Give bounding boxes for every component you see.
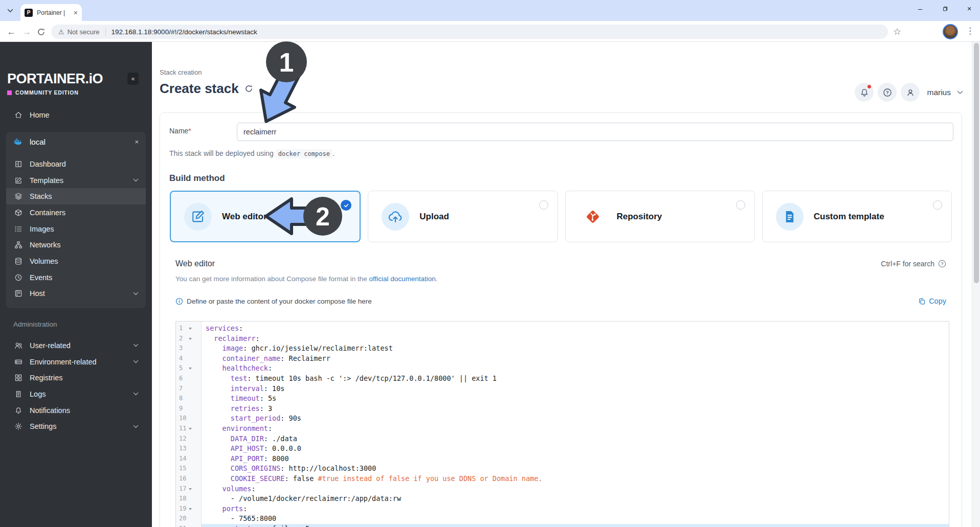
sidebar-item-host[interactable]: Host xyxy=(6,286,146,302)
scrollbar-thumb[interactable] xyxy=(974,43,979,283)
build-method-radio[interactable] xyxy=(736,200,745,210)
browser-menu-icon[interactable]: ⋮ xyxy=(966,26,974,36)
sidebar-item-events[interactable]: Events xyxy=(6,269,146,286)
tab-search-chevron-icon[interactable] xyxy=(5,6,15,15)
code-line[interactable]: - /volume1/docker/reclaimerr:/app/data:r… xyxy=(202,494,949,504)
username[interactable]: marius xyxy=(927,88,951,97)
code-line[interactable]: interval: 10s xyxy=(202,384,949,394)
events-icon xyxy=(14,273,23,282)
code-line[interactable]: volumes: xyxy=(202,484,949,494)
help-button[interactable]: ? xyxy=(878,83,897,102)
fold-arrow-icon[interactable] xyxy=(189,488,192,490)
docker-whale-icon xyxy=(13,138,23,146)
sidebar-item-notifications[interactable]: Notifications xyxy=(6,402,146,419)
code-line[interactable]: test: timeout 10s bash -c ':> /dev/tcp/1… xyxy=(202,374,949,384)
tab-close-icon[interactable]: × xyxy=(74,9,78,17)
sidebar: PORTAINER.iO « COMMUNITY EDITION Home lo… xyxy=(0,42,152,527)
window-restore-button[interactable] xyxy=(938,2,951,15)
back-button[interactable]: ← xyxy=(4,25,18,39)
line-number: 12 xyxy=(176,434,201,444)
editor-hint-row: Define or paste the content of your dock… xyxy=(175,297,946,305)
search-help-icon[interactable]: ? xyxy=(938,260,946,268)
code-line[interactable]: start_period: 90s xyxy=(202,414,949,424)
fold-arrow-icon[interactable] xyxy=(189,328,192,330)
sidebar-item-volumes[interactable]: Volumes xyxy=(6,253,146,269)
build-method-custom-template[interactable]: Custom template xyxy=(762,191,952,242)
code-line[interactable]: API_PORT: 8000 xyxy=(202,454,949,464)
code-line[interactable]: COOKIE_SECURE: false #true instead of fa… xyxy=(202,474,949,484)
sidebar-item-label: Logs xyxy=(30,390,46,398)
sidebar-item-networks[interactable]: Networks xyxy=(6,237,146,253)
compose-code-editor[interactable]: 123456789101112131415161718192021 servic… xyxy=(175,321,949,527)
browser-tab-strip: P Portainer | × – × xyxy=(0,0,980,21)
environment-header[interactable]: local × xyxy=(6,132,146,152)
code-line[interactable]: DATA_DIR: ./data xyxy=(202,434,949,444)
bookmark-star-icon[interactable]: ☆ xyxy=(893,26,901,37)
editor-code-area[interactable]: services: reclaimerr: image: ghcr.io/jes… xyxy=(202,322,949,527)
sidebar-item-logs[interactable]: Logs xyxy=(6,386,146,402)
user-menu-chevron-icon[interactable] xyxy=(957,90,963,95)
forward-button[interactable]: → xyxy=(19,25,34,39)
official-documentation-link[interactable]: official documentation xyxy=(369,275,435,283)
build-method-radio[interactable] xyxy=(933,200,942,210)
define-hint-text: Define or paste the content of your dock… xyxy=(187,297,372,305)
sidebar-item-settings[interactable]: Settings xyxy=(6,418,146,434)
build-method-web-editor[interactable]: Web editor xyxy=(170,191,361,242)
sidebar-collapse-button[interactable]: « xyxy=(127,73,139,85)
sidebar-item-images[interactable]: Images xyxy=(6,221,146,237)
chevron-down-icon xyxy=(133,425,139,428)
edition-square-icon xyxy=(7,90,12,95)
sidebar-item-user-related[interactable]: User-related xyxy=(6,337,146,354)
user-avatar-icon[interactable] xyxy=(901,83,920,102)
chevron-down-icon xyxy=(133,343,139,347)
build-method-radio[interactable] xyxy=(539,200,548,210)
sidebar-item-environment-related[interactable]: Environment-related xyxy=(6,354,146,370)
code-line[interactable]: container_name: Reclaimerr xyxy=(202,354,949,364)
page-scrollbar[interactable] xyxy=(972,42,980,527)
sidebar-item-home[interactable]: Home xyxy=(6,107,146,123)
fold-arrow-icon[interactable] xyxy=(189,508,192,510)
fold-arrow-icon[interactable] xyxy=(189,338,192,340)
upload-icon xyxy=(382,203,409,231)
registries-icon xyxy=(14,374,23,382)
code-line[interactable]: - 7565:8000 xyxy=(202,514,949,524)
code-line[interactable]: services: xyxy=(202,324,949,334)
build-method-repository[interactable]: Repository xyxy=(565,191,755,242)
sidebar-item-templates[interactable]: Templates xyxy=(6,172,146,189)
refresh-icon[interactable] xyxy=(244,84,253,93)
line-number: 9 xyxy=(176,404,201,414)
code-line[interactable]: ports: xyxy=(202,504,949,514)
reload-button[interactable] xyxy=(34,25,48,39)
copy-button[interactable]: Copy xyxy=(918,297,946,305)
line-number: 15 xyxy=(176,464,201,474)
code-line[interactable]: retries: 3 xyxy=(202,404,949,414)
code-line[interactable]: healthcheck: xyxy=(202,363,949,374)
url-text[interactable]: 192.168.1.18:9000/#!/2/docker/stacks/new… xyxy=(112,28,257,36)
code-line[interactable]: restart: on-failure:5 xyxy=(202,524,949,527)
sidebar-item-dashboard[interactable]: Dashboard xyxy=(6,156,146,172)
fold-arrow-icon[interactable] xyxy=(189,428,192,430)
stack-name-input[interactable] xyxy=(237,123,953,141)
build-method-upload[interactable]: Upload xyxy=(368,191,558,242)
browser-profile-avatar[interactable] xyxy=(943,24,958,39)
url-bar[interactable]: ⚠ Not secure 192.168.1.18:9000/#!/2/dock… xyxy=(51,25,888,39)
code-line[interactable]: environment: xyxy=(202,424,949,434)
sidebar-item-label: Dashboard xyxy=(30,160,66,168)
sidebar-item-registries[interactable]: Registries xyxy=(6,370,146,386)
fold-arrow-icon[interactable] xyxy=(189,368,192,370)
selected-check-icon xyxy=(341,200,351,211)
code-line[interactable]: CORS_ORIGINS: http://localhost:3000 xyxy=(202,464,949,474)
window-close-button[interactable]: × xyxy=(963,2,976,15)
notifications-bell-button[interactable] xyxy=(855,83,874,102)
main-content: Stack creation Create stack ? marius xyxy=(152,42,972,527)
code-line[interactable]: timeout: 5s xyxy=(202,394,949,404)
environment-close-icon[interactable]: × xyxy=(135,138,139,146)
browser-tab[interactable]: P Portainer | × xyxy=(20,4,82,21)
window-minimize-button[interactable]: – xyxy=(914,2,927,15)
code-line[interactable]: image: ghcr.io/jessielw/reclaimerr:lates… xyxy=(202,343,949,354)
build-method-options: Web editorUploadRepositoryCustom templat… xyxy=(170,191,952,242)
sidebar-item-stacks[interactable]: Stacks xyxy=(6,188,146,204)
code-line[interactable]: API_HOST: 0.0.0.0 xyxy=(202,444,949,454)
sidebar-item-containers[interactable]: Containers xyxy=(6,204,146,221)
code-line[interactable]: reclaimerr: xyxy=(202,334,949,344)
